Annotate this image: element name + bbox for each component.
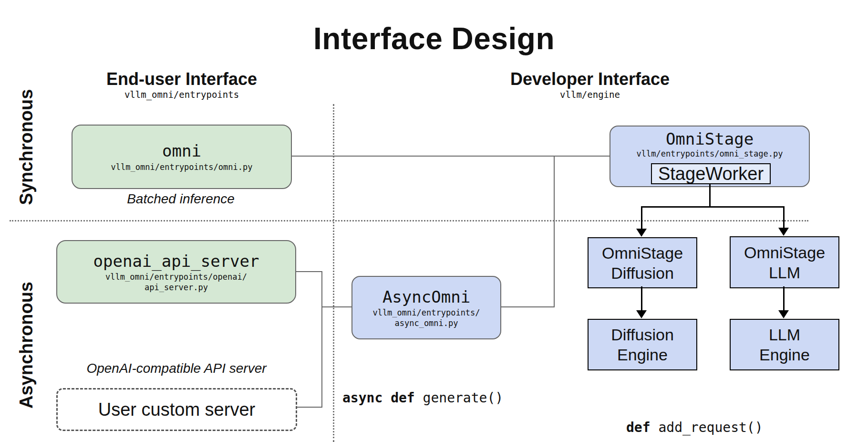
code-line: async def generate() xyxy=(342,389,536,407)
node-diffusion-engine-line2: Engine xyxy=(617,345,668,365)
arrow-to-omnistage-llm xyxy=(778,228,789,236)
node-openai-api-server: openai_api_server vllm_omni/entrypoints/… xyxy=(56,240,296,304)
caption-openai-compatible: OpenAI-compatible API server xyxy=(57,359,296,378)
node-diffusion-engine-line1: Diffusion xyxy=(611,325,674,345)
horizontal-divider-dotted-line xyxy=(10,220,808,221)
code-keyword: def xyxy=(626,420,651,435)
node-diffusion-engine: Diffusion Engine xyxy=(588,319,697,370)
node-async-omni-path-line1: vllm_omni/entrypoints/ xyxy=(372,307,480,318)
tree-branch-right xyxy=(783,206,785,228)
node-async-omni-path-line2: async_omni.py xyxy=(394,318,458,328)
node-omnistage-diffusion-line1: OmniStage xyxy=(602,243,683,263)
connector-to-asyncomni-left xyxy=(322,306,351,307)
node-omni-stage-path: vllm/entrypoints/omni_stage.py xyxy=(636,148,783,159)
caption-batched-inference: Batched inference xyxy=(85,189,276,209)
node-stage-worker: StageWorker xyxy=(651,163,771,184)
vertical-divider-dotted-line xyxy=(333,104,334,442)
connector-asyncomni-up xyxy=(554,156,555,307)
page-title: Interface Design xyxy=(0,21,868,56)
connector-omni-to-omnistage xyxy=(290,156,610,157)
arrow-to-llm-engine xyxy=(778,310,789,318)
node-omni-title: omni xyxy=(162,141,201,160)
row-label-asynchronous: Asynchronous xyxy=(16,274,37,416)
connector-asyncomni-right xyxy=(499,306,554,307)
node-omnistage-llm-line2: LLM xyxy=(769,263,800,283)
developer-interface-path: vllm/engine xyxy=(471,89,709,100)
arrow-to-omnistage-diffusion xyxy=(636,229,647,237)
node-llm-engine-line1: LLM xyxy=(769,325,800,345)
code-keyword: async def xyxy=(342,390,415,406)
arrow-to-diffusion-engine xyxy=(636,310,647,318)
engine-methods-code: def add_request() def abort_request() de… xyxy=(626,382,779,442)
node-omnistage-diffusion-line2: Diffusion xyxy=(611,263,674,283)
node-async-omni: AsyncOmni vllm_omni/entrypoints/ async_o… xyxy=(351,276,501,339)
node-openai-path-line2: api_server.py xyxy=(145,282,208,293)
node-omnistage-llm: OmniStage LLM xyxy=(730,236,839,288)
tree-llm-down xyxy=(783,286,785,311)
node-omni-path: vllm_omni/entrypoints/omni.py xyxy=(111,162,253,172)
row-label-synchronous: Synchronous xyxy=(16,76,37,218)
node-openai-title: openai_api_server xyxy=(93,252,259,271)
node-omni: omni vllm_omni/entrypoints/omni.py xyxy=(72,125,292,189)
developer-interface-header: Developer Interface xyxy=(471,70,709,89)
tree-stageworker-down xyxy=(709,182,711,207)
node-llm-engine: LLM Engine xyxy=(730,319,839,370)
connector-usercustom-stub xyxy=(293,407,322,408)
asyncomni-methods-code: async def generate() async def abort() +… xyxy=(342,353,536,442)
node-omnistage-diffusion: OmniStage Diffusion xyxy=(588,237,697,288)
node-stage-worker-label: StageWorker xyxy=(658,164,764,183)
node-omnistage-llm-line1: OmniStage xyxy=(744,242,825,263)
tree-diffusion-down xyxy=(641,286,642,311)
code-rest: generate() xyxy=(415,390,503,406)
code-line: def add_request() xyxy=(626,419,779,437)
connector-left-vertical xyxy=(321,271,322,408)
node-llm-engine-line2: Engine xyxy=(759,345,810,365)
interface-design-diagram: Interface Design End-user Interface vllm… xyxy=(0,0,868,442)
tree-branch-horizontal xyxy=(641,206,784,208)
connector-openai-stub xyxy=(294,271,322,272)
node-openai-path-line1: vllm_omni/entrypoints/openai/ xyxy=(105,272,247,282)
code-rest: add_request() xyxy=(651,420,763,435)
node-omni-stage-title: OmniStage xyxy=(666,129,754,148)
node-async-omni-title: AsyncOmni xyxy=(382,287,470,306)
tree-branch-left xyxy=(641,206,642,229)
end-user-interface-path: vllm_omni/entrypoints xyxy=(62,89,301,100)
node-user-custom-server: User custom server xyxy=(56,388,297,431)
node-user-custom-server-label: User custom server xyxy=(98,400,255,420)
end-user-interface-header: End-user Interface xyxy=(62,70,301,89)
